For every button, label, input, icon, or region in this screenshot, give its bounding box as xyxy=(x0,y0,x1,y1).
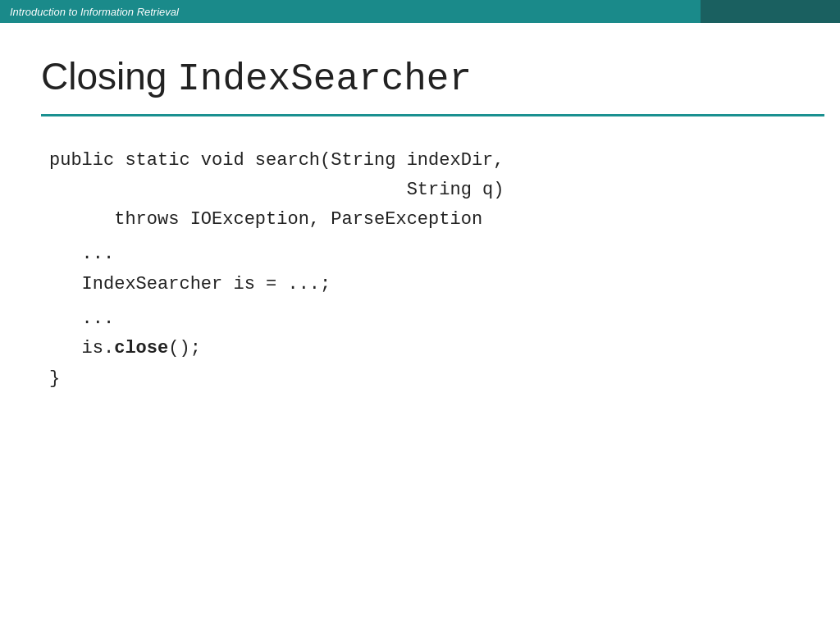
code-line-7-prefix: is. xyxy=(49,338,114,358)
code-line-4: ... xyxy=(49,240,799,269)
header-bar: Introduction to Information Retrieval xyxy=(0,0,840,23)
slide-title-regular: Closing xyxy=(41,55,177,98)
slide-content: Closing IndexSearcher public static void… xyxy=(0,23,840,418)
code-line-6: ... xyxy=(49,304,799,334)
header-accent xyxy=(701,0,840,23)
code-line-2: String q) xyxy=(49,176,799,205)
slide-title: Closing IndexSearcher xyxy=(41,56,799,101)
title-divider xyxy=(41,114,824,116)
code-line-3: throws IOException, ParseException xyxy=(49,205,799,235)
code-line-5: IndexSearcher is = ...; xyxy=(49,270,799,299)
code-line-7-suffix: (); xyxy=(168,338,201,358)
code-line-7: is.close(); xyxy=(49,334,799,363)
code-block: public static void search(String indexDi… xyxy=(41,146,799,394)
slide-title-mono: IndexSearcher xyxy=(177,58,472,101)
code-line-7-bold: close xyxy=(114,338,168,358)
code-line-1: public static void search(String indexDi… xyxy=(49,146,799,176)
header-title: Introduction to Information Retrieval xyxy=(10,6,179,18)
code-line-8: } xyxy=(49,364,799,394)
